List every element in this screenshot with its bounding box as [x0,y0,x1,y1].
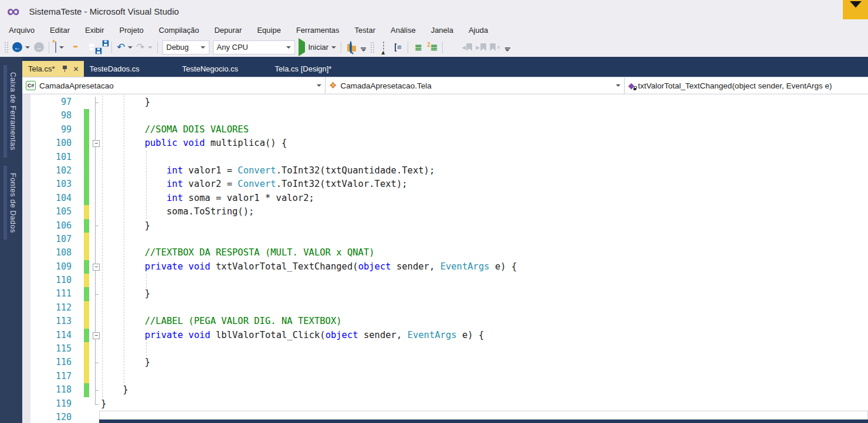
change-tracking-bar [84,329,89,342]
code-text[interactable]: private void txtValorTotal_TextChanged(o… [101,260,868,274]
solution-platforms-select[interactable]: Any CPU [213,40,295,54]
code-text[interactable]: int soma = valor1 * valor2; [101,192,868,205]
navigate-forward-button[interactable]: → [32,40,46,55]
uncomment-selection-button[interactable]: 2≣ [425,40,439,55]
menu-item-equipe[interactable]: Equipe [249,23,288,37]
line-number: 109 [30,260,79,274]
pin-icon[interactable] [62,66,67,72]
text-editor-toolbar-drag-handle[interactable] [370,42,375,53]
code-text[interactable]: } [101,397,868,411]
code-text[interactable] [101,109,868,122]
find-icon [350,42,354,53]
menu-item-analise[interactable]: Análise [383,23,423,37]
change-tracking-bar [84,192,89,205]
tab-label: Tela.cs* [28,64,55,73]
next-bookmark-button[interactable]: ▶ [474,40,488,55]
toggle-bookmark-button[interactable] [446,40,460,55]
collapse-region-toggle[interactable]: − [93,140,100,147]
type-dropdown[interactable]: ❖ CamadaApresetacao.Tela [326,77,625,94]
line-number: 108 [30,246,79,260]
change-tracking-bar [84,123,89,137]
parameter-info-button[interactable]: ≡ [391,40,405,55]
member-dropdown[interactable]: ◆ txtValorTotal_TextChanged(object sende… [625,77,868,94]
clear-bookmarks-button[interactable]: ✕ [488,40,503,55]
code-line-100: 100− public void multiplica() { [30,137,868,150]
menu-item-projeto[interactable]: Projeto [112,23,151,37]
code-text[interactable]: soma.ToString(); [101,205,868,219]
menu-item-depurar[interactable]: Depurar [206,23,249,37]
indent-guide [146,342,147,356]
code-text[interactable]: } [101,356,868,369]
undo-button[interactable]: ↶ [115,40,134,55]
solution-configurations-select[interactable]: Debug [162,40,209,54]
code-line-107: 107 [30,233,868,246]
document-tab-testedados-cs[interactable]: TesteDados.cs [84,61,177,77]
code-line-97: 97 } [30,95,868,109]
code-text[interactable]: int valor2 = Convert.ToInt32(txtValor.Te… [101,178,868,191]
code-line-106: 106 } [30,219,868,233]
code-editor[interactable]: 97 }9899 //SOMA DOIS VALORES100− public … [22,94,868,423]
code-text[interactable]: } [101,95,868,109]
menu-item-arquivo[interactable]: Arquivo [1,23,42,37]
start-debug-button[interactable]: Iniciar [297,40,338,55]
code-text[interactable]: //SOMA DOIS VALORES [101,123,868,137]
code-text[interactable]: } [101,383,868,397]
code-text[interactable] [101,370,868,383]
code-line-112: 112 [30,301,868,315]
code-text[interactable]: } [101,287,868,301]
document-tab-tela-cs[interactable]: Tela.cs*✕ [22,61,84,77]
code-text[interactable] [101,233,868,246]
notification-badge[interactable] [843,0,868,19]
code-line-119: 119} [30,397,868,411]
code-line-111: 111 } [30,287,868,301]
line-number: 114 [30,329,79,342]
open-file-button[interactable] [66,40,80,55]
code-text[interactable] [101,301,868,315]
chevron-down-icon [201,46,205,49]
menu-item-ajuda[interactable]: Ajuda [461,23,496,37]
bookmark-next-icon: ▶ [476,43,486,51]
code-text[interactable]: } [101,219,868,233]
line-number: 105 [30,205,79,219]
document-tab-tela-cs-design[interactable]: Tela.cs [Design]* [269,61,362,77]
previous-bookmark-button[interactable]: ◀ [460,40,474,55]
side-tab-fontes-de-dados[interactable]: Fontes de Dados [4,166,19,240]
code-text[interactable] [101,274,868,287]
redo-button[interactable]: ↷ [134,40,154,55]
menu-item-testar[interactable]: Testar [347,23,383,37]
toolbar-separator [408,42,408,53]
save-all-button[interactable] [94,40,108,55]
document-tab-testenegocio-cs[interactable]: TesteNegocio.cs [177,61,269,77]
find-in-files-button[interactable] [344,40,358,55]
menu-item-janela[interactable]: Janela [423,23,461,37]
chevron-down-icon [59,46,64,49]
side-tab-caixa-de-ferramentas[interactable]: Caixa de Ferramentas [4,65,19,158]
member-list-button[interactable]: ▲ [377,40,391,55]
breakpoint-margin[interactable] [22,94,30,423]
indent-guide [124,95,124,383]
toolbar-options-button[interactable] [361,47,366,52]
text-editor-toolbar-options-button[interactable] [505,47,510,52]
menu-item-exibir[interactable]: Exibir [77,23,112,37]
new-item-button[interactable]: ✶ [52,40,66,55]
collapse-region-toggle[interactable]: − [93,332,100,339]
navigate-backward-button[interactable]: ← [11,40,32,55]
code-text[interactable] [101,151,868,164]
code-text[interactable]: //TEXTBOX DA RESPOSTA (MULT. VALOR x QNA… [101,246,868,260]
code-text[interactable]: public void multiplica() { [101,137,868,150]
close-icon[interactable]: ✕ [73,65,79,73]
code-text[interactable]: //LABEL (PEGA VALOR DIG. NA TEXTBOX) [101,315,868,328]
menu-item-compilacao[interactable]: Compilação [151,23,207,37]
menu-item-ferramentas[interactable]: Ferramentas [289,23,347,37]
code-line-98: 98 [30,109,868,122]
code-text[interactable] [101,342,868,356]
comment-selection-button[interactable]: ≣ [411,40,425,55]
save-button[interactable] [80,40,94,55]
toolbar-drag-handle[interactable] [4,42,9,53]
code-text[interactable]: int valor1 = Convert.ToInt32(txtQuantida… [101,164,868,178]
project-dropdown[interactable]: C# CamadaApresetacao [22,77,326,94]
toolbar-separator [442,42,443,53]
menu-item-editar[interactable]: Editar [42,23,77,37]
collapse-region-toggle[interactable]: − [93,264,100,271]
code-text[interactable]: private void lblValorTotal_Click(object … [101,329,868,342]
